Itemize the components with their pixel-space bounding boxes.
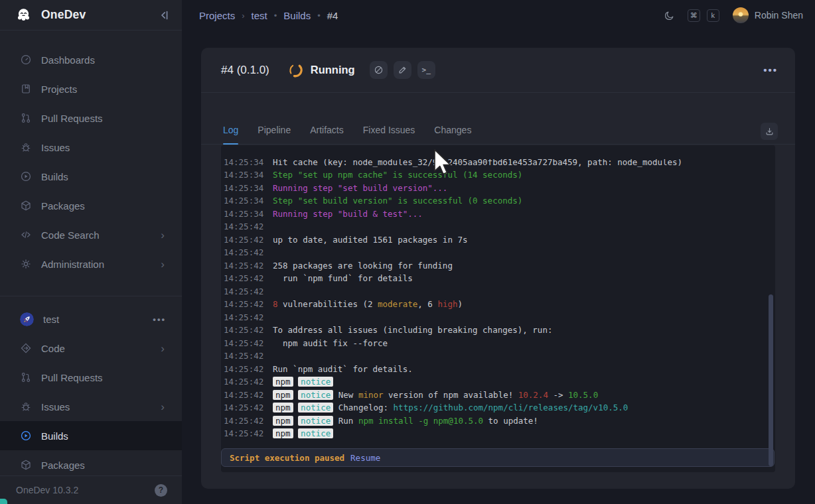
log-timestamp: 14:25:42 [224, 401, 263, 414]
sidebar-item-projects[interactable]: Projects [0, 74, 182, 103]
log-timestamp: 14:25:42 [224, 363, 263, 376]
log-line: 14:25:42 npm audit fix --force [224, 337, 775, 350]
breadcrumb-builds[interactable]: Builds [283, 10, 311, 21]
sidebar-header: OneDev [0, 0, 182, 31]
git-branch-icon [20, 342, 32, 354]
log-line: 14:25:42Run `npm audit` for details. [224, 363, 775, 376]
avatar [733, 7, 749, 23]
breadcrumb-project[interactable]: test [252, 10, 267, 21]
version-label: OneDev 10.3.2 [16, 485, 78, 495]
running-spinner-icon [288, 62, 304, 78]
build-title: #4 (0.1.0) [221, 64, 269, 77]
sidebar: OneDev Dashboards Projects Pull Requests… [0, 0, 182, 504]
chevron-right-icon: › [161, 401, 165, 412]
log-line: 14:25:42npm notice [224, 427, 775, 440]
log-timestamp: 14:25:42 [224, 324, 263, 337]
tab-changes[interactable]: Changes [434, 125, 471, 144]
topbar-right: ⌘ k Robin Shen [662, 7, 803, 23]
sidebar-item-label: Pull Requests [41, 113, 103, 124]
log-timestamp: 14:25:42 [224, 349, 263, 363]
cancel-build-button[interactable] [370, 61, 388, 79]
onedev-logo-icon [15, 6, 33, 24]
log-timestamp: 14:25:42 [224, 311, 263, 324]
log-line: 14:25:428 vulnerabilities (2 moderate, 6… [224, 298, 775, 311]
help-icon[interactable]: ? [155, 484, 167, 497]
log-timestamp: 14:25:42 [224, 375, 263, 389]
log-timestamp: 14:25:42 [224, 285, 263, 298]
log-line: 14:25:34Running step "build & test"... [224, 208, 775, 221]
sidebar-nav: Dashboards Projects Pull Requests Issues… [0, 31, 182, 475]
sidebar-item-project-issues[interactable]: Issues › [0, 392, 182, 421]
edit-build-button[interactable] [394, 61, 411, 79]
breadcrumb: Projects › test • Builds • #4 [199, 10, 662, 21]
log-timestamp: 14:25:34 [224, 159, 263, 168]
sidebar-item-project-builds[interactable]: Builds [0, 421, 182, 450]
sidebar-item-label: Pull Requests [41, 372, 103, 383]
play-circle-icon [20, 170, 32, 182]
sidebar-item-label: Code Search [41, 229, 100, 241]
log-line: 14:25:42 [224, 349, 775, 363]
log-line: 14:25:34Running step "set build version"… [224, 182, 775, 195]
gauge-icon [20, 54, 32, 66]
user-menu[interactable]: Robin Shen [733, 7, 803, 23]
sidebar-project-row[interactable]: test ••• [0, 304, 182, 334]
sidebar-footer: OneDev 10.3.2 ? [0, 475, 182, 504]
resume-link[interactable]: Resume [350, 453, 380, 463]
dark-mode-toggle[interactable] [662, 8, 677, 23]
sidebar-item-label: Builds [41, 430, 68, 442]
sidebar-item-label: Packages [41, 200, 85, 212]
tab-log[interactable]: Log [223, 125, 238, 144]
sidebar-item-administration[interactable]: Administration › [0, 249, 182, 279]
tab-artifacts[interactable]: Artifacts [310, 125, 344, 144]
sidebar-item-project-code[interactable]: Code › [0, 334, 182, 363]
log-line: 14:25:42up to date, audited 1561 package… [224, 233, 775, 247]
topbar: Projects › test • Builds • #4 ⌘ k Robin … [182, 0, 815, 31]
project-menu-button[interactable]: ••• [153, 314, 166, 324]
user-name: Robin Shen [755, 10, 803, 21]
log-line: 14:25:42npm notice Changelog: https://gi… [224, 401, 775, 414]
download-icon [765, 127, 775, 137]
log-timestamp: 14:25:34 [224, 182, 263, 195]
download-log-button[interactable] [761, 123, 778, 140]
log-timestamp: 14:25:42 [224, 233, 263, 247]
sidebar-item-label: Projects [41, 84, 77, 95]
chevron-right-icon: › [161, 343, 165, 354]
kbd-k: k [707, 9, 719, 22]
sidebar-item-issues[interactable]: Issues [0, 133, 182, 162]
sidebar-item-project-pull-requests[interactable]: Pull Requests [0, 363, 182, 392]
sidebar-divider [0, 296, 182, 296]
log-timestamp: 14:25:42 [224, 246, 263, 259]
sidebar-item-code-search[interactable]: Code Search › [0, 220, 182, 249]
log-line: 14:25:42258 packages are looking for fun… [224, 259, 775, 273]
log-scrollbar[interactable] [769, 294, 773, 466]
bug-icon [20, 141, 32, 153]
terminal-button[interactable]: >_ [417, 61, 435, 79]
chat-widget[interactable] [0, 499, 7, 504]
log-lines: 14:25:34Hit cache (key: node_modules_32/… [221, 159, 775, 440]
sidebar-item-pull-requests[interactable]: Pull Requests [0, 103, 182, 133]
log-timestamp: 14:25:42 [224, 259, 263, 273]
tab-pipeline[interactable]: Pipeline [258, 125, 291, 144]
log-panel: 14:25:34Hit cache (key: node_modules_32/… [221, 145, 775, 472]
sidebar-item-packages[interactable]: Packages [0, 191, 182, 220]
sidebar-item-builds[interactable]: Builds [0, 162, 182, 191]
log-timestamp: 14:25:42 [224, 272, 263, 285]
tab-fixed-issues[interactable]: Fixed Issues [363, 125, 415, 144]
pull-request-icon [20, 371, 32, 383]
log-timestamp: 14:25:42 [224, 389, 263, 402]
log-line: 14:25:42npm notice [224, 375, 775, 389]
sidebar-item-label: Packages [41, 460, 85, 471]
sidebar-collapse-button[interactable] [157, 8, 171, 23]
rocket-avatar [20, 312, 34, 326]
sidebar-item-dashboards[interactable]: Dashboards [0, 45, 182, 74]
log-line: 14:25:42npm notice New minor version of … [224, 389, 775, 402]
log-timestamp: 14:25:34 [224, 194, 263, 208]
package-icon [20, 459, 32, 471]
breadcrumb-projects[interactable]: Projects [199, 10, 235, 21]
log-timestamp: 14:25:42 [224, 337, 263, 350]
book-icon [20, 83, 32, 95]
log-timestamp: 14:25:42 [224, 220, 263, 233]
play-circle-icon [20, 430, 32, 442]
sidebar-item-label: Issues [41, 401, 70, 412]
sidebar-item-project-packages[interactable]: Packages [0, 450, 182, 475]
